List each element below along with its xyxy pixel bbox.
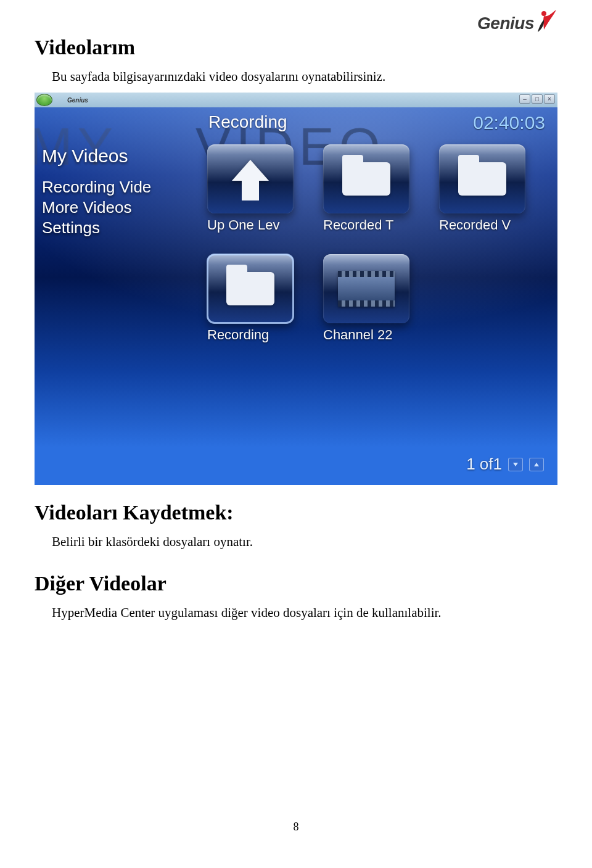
folder-icon [342, 162, 390, 196]
pager-text: 1 of1 [466, 455, 502, 474]
tile-recording[interactable]: Recording [207, 254, 294, 343]
heading-diger-videolar: Diğer Videolar [35, 572, 557, 595]
tile-up-one-level[interactable]: Up One Lev [207, 144, 294, 233]
tile-label: Channel 22 [323, 327, 409, 343]
body-diger-videolar: HyperMedia Center uygulaması diğer video… [52, 604, 557, 621]
heading-videolari-kaydetmek: Videoları Kaydetmek: [35, 501, 557, 524]
tile-label: Up One Lev [207, 217, 294, 233]
svg-point-0 [541, 11, 546, 16]
tile-label: Recorded T [323, 217, 409, 233]
close-button[interactable]: × [544, 94, 555, 104]
tile-recorded-v[interactable]: Recorded V [439, 144, 525, 233]
app-body: MY VIDEO Recording 02:40:03 My Videos Re… [35, 107, 557, 485]
folder-icon [458, 162, 506, 196]
folder-icon [226, 272, 274, 305]
page-number: 8 [0, 820, 592, 833]
app-screenshot: Genius – □ × MY VIDEO Recording 02:40:03… [35, 93, 557, 485]
clock-display: 02:40:03 [473, 112, 545, 133]
up-arrow-icon [229, 157, 272, 200]
film-icon [338, 271, 395, 307]
heading-videolarim: Videolarım [35, 36, 557, 59]
body-videolari-kaydetmek: Belirli bir klasördeki dosyaları oynatır… [52, 533, 557, 550]
sidebar-title: My Videos [42, 146, 151, 167]
sidebar-item-settings[interactable]: Settings [42, 218, 151, 238]
brand-logo-mark [535, 9, 557, 33]
pager: 1 of1 [466, 455, 544, 474]
tile-recorded-t[interactable]: Recorded T [323, 144, 409, 233]
sidebar-item-recording-video[interactable]: Recording Vide [42, 178, 151, 197]
pager-up-button[interactable] [529, 458, 544, 471]
brand-logo-text: Genius [477, 14, 534, 33]
window-titlebar: Genius – □ × [35, 93, 557, 107]
tile-label: Recorded V [439, 217, 525, 233]
titlebar-brand: Genius [67, 97, 88, 104]
brand-logo: Genius [477, 9, 557, 33]
home-button[interactable] [36, 94, 52, 106]
pager-down-button[interactable] [508, 458, 523, 471]
tile-label: Recording [207, 327, 294, 343]
body-videolarim: Bu sayfada bilgisayarınızdaki video dosy… [52, 68, 557, 85]
window-buttons: – □ × [519, 94, 555, 104]
maximize-button[interactable]: □ [532, 94, 543, 104]
section-label: Recording [208, 112, 287, 132]
minimize-button[interactable]: – [519, 94, 530, 104]
tile-channel-22[interactable]: Channel 22 [323, 254, 409, 343]
sidebar: My Videos Recording Vide More Videos Set… [42, 146, 151, 239]
sidebar-item-more-videos[interactable]: More Videos [42, 198, 151, 217]
